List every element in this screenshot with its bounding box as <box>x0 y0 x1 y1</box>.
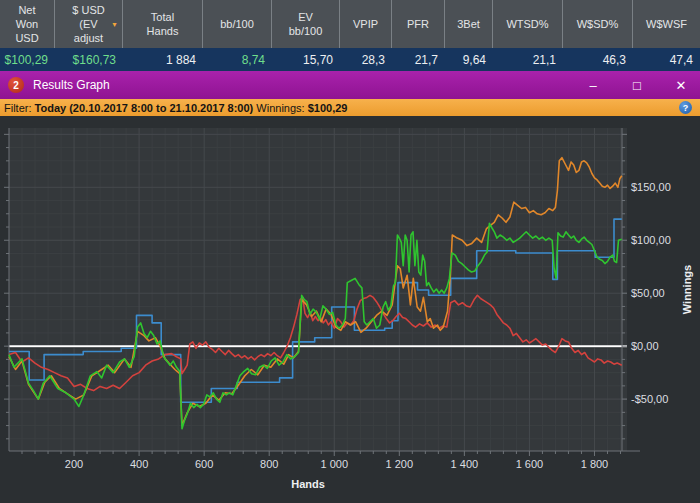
results-graph-titlebar: 2 Results Graph – □ ✕ <box>0 71 700 99</box>
column-header-label: Net Won USD <box>15 3 38 46</box>
stat-value-net-won-usd: $100,29 <box>0 53 55 67</box>
column-header-label: Total Hands <box>147 10 179 39</box>
results-graph-area: 2004006008001 0001 2001 4001 6001 800$15… <box>0 116 700 503</box>
results-chart: 2004006008001 0001 2001 4001 6001 800$15… <box>0 116 700 503</box>
minimize-button[interactable]: – <box>584 79 602 92</box>
y-tick-label: $100,00 <box>631 234 671 246</box>
close-button[interactable]: ✕ <box>672 79 690 92</box>
column-header-vpip[interactable]: VPIP <box>340 0 392 48</box>
column-header-label: PFR <box>407 17 429 31</box>
window-controls: – □ ✕ <box>584 71 690 99</box>
stat-value-usd-ev-adjust: $160,73 <box>55 53 123 67</box>
column-header-3bet[interactable]: 3Bet <box>445 0 493 48</box>
winnings-label: Winnings: <box>253 102 307 114</box>
filter-label: Filter: <box>4 102 35 114</box>
column-header-usd-ev-adjust[interactable]: $ USD (EV adjust▼ <box>55 0 123 48</box>
y-tick-label: $0,00 <box>631 340 659 352</box>
help-icon[interactable]: ? <box>679 101 692 114</box>
x-axis-title: Hands <box>291 478 325 490</box>
stat-value-vpip: 28,3 <box>340 53 392 67</box>
app-badge-icon: 2 <box>8 77 24 93</box>
column-header-wsd[interactable]: W$SD% <box>563 0 633 48</box>
stat-value-pfr: 21,7 <box>392 53 445 67</box>
stat-value-ev-bb-100: 15,70 <box>272 53 340 67</box>
window-title: Results Graph <box>33 78 110 92</box>
column-header-label: 3Bet <box>457 17 480 31</box>
column-header-wwsf[interactable]: W$WSF <box>633 0 700 48</box>
column-header-wtsd[interactable]: WTSD% <box>493 0 563 48</box>
x-tick-label: 1 200 <box>386 458 414 470</box>
x-tick-label: 1 000 <box>320 458 348 470</box>
x-tick-label: 400 <box>130 458 148 470</box>
column-header-pfr[interactable]: PFR <box>392 0 445 48</box>
stat-value-wwsf: 47,4 <box>633 53 700 67</box>
y-tick-label: $50,00 <box>631 287 665 299</box>
column-header-ev-bb-100[interactable]: EV bb/100 <box>272 0 340 48</box>
stat-value-wtsd: 21,1 <box>493 53 563 67</box>
column-header-label: EV bb/100 <box>289 10 323 39</box>
stats-table-values: $100,29$160,731 8848,7415,7028,321,79,64… <box>0 48 700 71</box>
filter-bar[interactable]: Filter: Today (20.10.2017 8:00 to 21.10.… <box>0 99 700 116</box>
column-header-label: VPIP <box>353 17 378 31</box>
x-tick-label: 600 <box>195 458 213 470</box>
y-tick-label: $150,00 <box>631 181 671 193</box>
stat-value-wsd: 46,3 <box>563 53 633 67</box>
column-header-label: bb/100 <box>220 17 254 31</box>
column-header-label: WTSD% <box>506 17 548 31</box>
x-tick-label: 1 400 <box>451 458 479 470</box>
stats-table-header: Net Won USD$ USD (EV adjust▼Total Handsb… <box>0 0 700 48</box>
column-header-label: W$SD% <box>577 17 619 31</box>
column-header-label: $ USD (EV adjust <box>72 3 104 46</box>
sort-descending-icon: ▼ <box>111 21 118 28</box>
x-tick-label: 1 800 <box>581 458 609 470</box>
x-tick-label: 200 <box>65 458 83 470</box>
filter-value: Today (20.10.2017 8:00 to 21.10.2017 8:0… <box>35 102 254 114</box>
x-tick-label: 1 600 <box>516 458 544 470</box>
column-header-bb-100[interactable]: bb/100 <box>203 0 272 48</box>
stat-value-total-hands: 1 884 <box>123 53 203 67</box>
stat-value-bb-100: 8,74 <box>203 53 272 67</box>
maximize-button[interactable]: □ <box>628 79 646 92</box>
column-header-total-hands[interactable]: Total Hands <box>123 0 203 48</box>
winnings-value: $100,29 <box>308 102 348 114</box>
y-axis-title: Winnings <box>681 265 693 314</box>
column-header-label: W$WSF <box>646 17 687 31</box>
x-tick-label: 800 <box>260 458 278 470</box>
column-header-net-won-usd[interactable]: Net Won USD <box>0 0 55 48</box>
stat-value-3bet: 9,64 <box>445 53 493 67</box>
y-tick-label: -$50,00 <box>631 393 668 405</box>
